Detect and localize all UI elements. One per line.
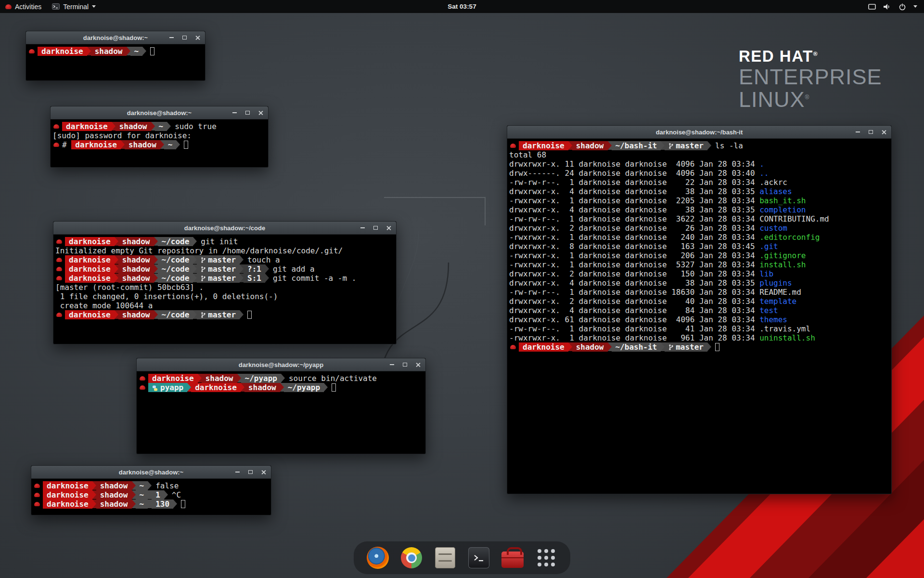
minimize-button-icon xyxy=(390,364,394,365)
terminal-line: -rwxrwxr-x. 1 darknoise darknoise 2205 J… xyxy=(509,196,889,205)
window-titlebar[interactable]: darknoise@shadow:~/code xyxy=(53,222,396,235)
files-icon xyxy=(435,547,455,568)
minimize-button[interactable] xyxy=(854,129,861,135)
output-text: .travis.yml xyxy=(759,324,810,333)
powerline-arrow-icon xyxy=(148,490,152,499)
terminal-line: darknoiseshadow~/bash-itmaster xyxy=(509,342,889,352)
terminal-cursor xyxy=(332,383,336,392)
powerline-arrow-icon xyxy=(154,255,158,264)
close-button[interactable] xyxy=(194,34,201,41)
minimize-button[interactable] xyxy=(231,109,238,116)
prompt-segment: darknoise xyxy=(519,141,568,150)
prompt-segment: shadow xyxy=(118,264,154,274)
terminal-line: -rwxrwxr-x. 1 darknoise darknoise 240 Ja… xyxy=(509,233,889,242)
output-text: .ackrc xyxy=(759,178,787,187)
top-bar: Activities Terminal Sat 03:57 xyxy=(0,0,924,13)
window-titlebar[interactable]: darknoise@shadow:~ xyxy=(26,31,205,44)
powerline-arrow-icon xyxy=(115,237,118,246)
powerline-arrow-icon xyxy=(240,255,244,264)
terminal-app-icon xyxy=(52,3,60,10)
minimize-button[interactable] xyxy=(388,361,395,368)
powerline-arrow-icon xyxy=(240,264,244,273)
output-text: [master (root-commit) 50bcb63] . xyxy=(55,283,204,292)
terminal-content[interactable]: darknoiseshadow~/bash-itmasterls -latota… xyxy=(507,139,891,494)
close-button[interactable] xyxy=(257,109,264,116)
maximize-button[interactable] xyxy=(401,361,408,368)
clock[interactable]: Sat 03:57 xyxy=(448,3,476,10)
window-titlebar[interactable]: darknoise@shadow:~/pyapp xyxy=(137,358,425,371)
output-text: drwxrwxr-x. 2 darknoise darknoise 40 Jan… xyxy=(509,297,759,306)
output-text: drwxrwxr-x. 2 darknoise darknoise 26 Jan… xyxy=(509,223,759,233)
terminal-line: create mode 100644 a xyxy=(55,301,394,310)
terminal-line: drwxrwxr-x. 4 darknoise darknoise 38 Jan… xyxy=(509,187,889,196)
prompt-segment: ~ xyxy=(164,140,177,149)
terminal-launcher[interactable] xyxy=(467,546,490,569)
maximize-button[interactable] xyxy=(867,129,874,135)
prompt-segment: ~/code xyxy=(158,264,193,274)
maximize-button[interactable] xyxy=(181,34,188,41)
close-button[interactable] xyxy=(260,469,267,475)
powerline-arrow-icon xyxy=(707,342,711,351)
window-controls xyxy=(234,466,267,478)
output-text: .git xyxy=(759,242,778,251)
output-text: uninstall.sh xyxy=(759,333,815,342)
powerline-arrow-icon xyxy=(241,383,244,392)
powerline-arrow-icon xyxy=(608,342,612,351)
maximize-button[interactable] xyxy=(372,224,379,231)
minimize-button[interactable] xyxy=(168,34,175,41)
powerline-arrow-icon xyxy=(115,255,118,264)
prompt-distro-icon xyxy=(53,143,59,147)
window-titlebar[interactable]: darknoise@shadow:~ xyxy=(51,106,268,119)
powerline-arrow-icon xyxy=(193,310,197,319)
toolbox-launcher[interactable] xyxy=(501,546,524,569)
powerline-arrow-icon xyxy=(148,499,152,508)
output-text: -rw-rw-r--. 1 darknoise darknoise 3622 J… xyxy=(509,214,759,223)
prompt-distro-icon xyxy=(56,267,62,271)
terminal-window: darknoise@shadow:~/bash-itdarknoiseshado… xyxy=(507,125,892,494)
powerline-arrow-icon xyxy=(661,342,665,351)
maximize-button[interactable] xyxy=(244,109,251,116)
minimize-button-icon xyxy=(856,131,860,132)
close-button[interactable] xyxy=(385,224,392,231)
prompt-segment: shadow xyxy=(91,47,127,56)
activities-button[interactable]: Activities xyxy=(0,0,47,13)
chrome-launcher[interactable] xyxy=(400,546,423,569)
output-text: -rw-rw-r--. 1 darknoise darknoise 22 Jan… xyxy=(509,178,759,187)
show-applications-button[interactable] xyxy=(535,546,558,569)
close-button[interactable] xyxy=(880,129,887,135)
window-controls xyxy=(168,31,201,44)
prompt-segment: shadow xyxy=(118,237,154,246)
output-text: .gitignore xyxy=(759,251,806,260)
minimize-button[interactable] xyxy=(359,224,366,231)
terminal-content[interactable]: darknoiseshadow~/pyappsource bin/activat… xyxy=(137,371,425,454)
terminal-content[interactable]: darknoiseshadow~ xyxy=(26,44,205,81)
output-text: -rwxrwxr-x. 1 darknoise darknoise 240 Ja… xyxy=(509,233,759,242)
terminal-content[interactable]: darknoiseshadow~falsedarknoiseshadow~1^C… xyxy=(31,479,271,515)
firefox-launcher[interactable] xyxy=(366,546,389,569)
close-button[interactable] xyxy=(414,361,421,368)
output-text: lib xyxy=(759,269,773,278)
terminal-content[interactable]: darknoiseshadow~sudo true[sudo] password… xyxy=(51,119,268,168)
window-titlebar[interactable]: darknoise@shadow:~/bash-it xyxy=(507,126,891,139)
output-text: drwx------. 24 darknoise darknoise 4096 … xyxy=(509,169,759,178)
maximize-button[interactable] xyxy=(247,469,254,475)
window-titlebar[interactable]: darknoise@shadow:~ xyxy=(31,466,271,479)
files-launcher[interactable] xyxy=(434,546,457,569)
terminal-window: darknoise@shadow:~/codedarknoiseshadow~/… xyxy=(53,221,397,344)
close-button-icon xyxy=(261,470,266,475)
redhat-logo-icon xyxy=(5,4,12,9)
output-text: .editorconfig xyxy=(759,233,820,242)
prompt-segment: darknoise xyxy=(519,342,568,352)
powerline-arrow-icon xyxy=(92,499,96,508)
system-status-area[interactable] xyxy=(868,0,924,13)
terminal-line: [sudo] password for darknoise: xyxy=(52,131,266,140)
terminal-content[interactable]: darknoiseshadow~/codegit initInitialized… xyxy=(53,235,396,344)
app-menu-button[interactable]: Terminal xyxy=(47,0,101,13)
prompt-segment: darknoise xyxy=(65,237,115,246)
terminal-line: total 68 xyxy=(509,150,889,159)
minimize-button-icon xyxy=(232,112,237,113)
dock xyxy=(354,541,570,574)
powerline-arrow-icon xyxy=(148,481,152,490)
minimize-button[interactable] xyxy=(234,469,241,475)
prompt-segment: ~/code xyxy=(158,255,193,264)
